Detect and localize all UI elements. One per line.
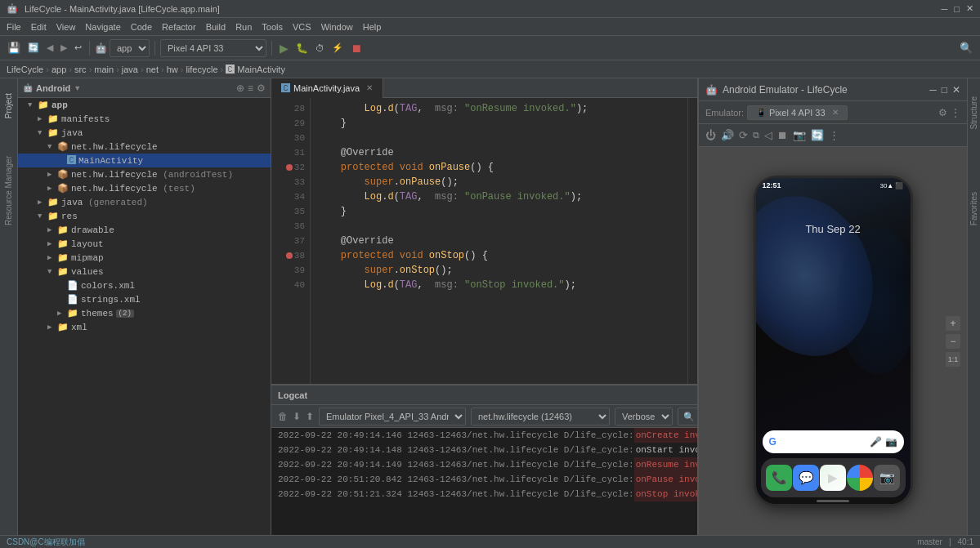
tab-close-icon[interactable]: ✕ [366, 83, 373, 92]
code-area[interactable]: 28 29 30 31 32 [271, 98, 697, 384]
dock-play-icon[interactable]: ▶ [820, 465, 846, 491]
tree-item-mainactivity[interactable]: 🅲 MainActivity [18, 154, 271, 167]
menu-file[interactable]: File [2, 20, 26, 33]
res-expand-icon: ▼ [38, 212, 47, 221]
search-everywhere-btn[interactable]: 🔍 [957, 40, 975, 56]
breadcrumb-lifecycle[interactable]: LifeCycle [7, 65, 43, 74]
logcat-package-select[interactable]: net.hw.lifecycle (12463) [471, 408, 610, 425]
tree-item-strings[interactable]: 📄 strings.xml [18, 292, 271, 306]
emulator-refresh-btn[interactable]: 🔄 [811, 129, 824, 141]
device-dropdown[interactable]: Pixel 4 API 33 [160, 39, 266, 57]
emulator-more-controls-btn[interactable]: ⋮ [829, 129, 839, 141]
emulator-minimize-btn[interactable]: ─ [929, 84, 937, 96]
emulator-stop-btn[interactable]: ⏹ [777, 129, 788, 141]
emulator-screenshot-btn[interactable]: 📷 [793, 129, 806, 141]
tree-item-test[interactable]: ▶ 📦 net.hw.lifecycle (test) [18, 181, 271, 195]
tree-item-mipmap[interactable]: ▶ 📁 mipmap [18, 251, 271, 265]
menu-build[interactable]: Build [201, 20, 230, 33]
run-button[interactable]: ▶ [277, 40, 291, 56]
menu-refactor[interactable]: Refactor [157, 20, 201, 33]
emulator-power-btn[interactable]: ⏻ [705, 129, 716, 141]
profile-button[interactable]: ⏱ [313, 42, 327, 55]
tree-item-package[interactable]: ▼ 📦 net.hw.lifecycle [18, 140, 271, 154]
breadcrumb-app[interactable]: app [51, 65, 66, 74]
zoom-in-btn[interactable]: + [946, 316, 960, 331]
panel-add-btn[interactable]: ⊕ [236, 82, 244, 94]
emulator-tab-close-icon[interactable]: ✕ [832, 108, 839, 117]
emulator-rotate-btn[interactable]: ⟳ [739, 129, 748, 141]
panel-settings-btn[interactable]: ⚙ [257, 82, 266, 94]
emulator-vol-up-btn[interactable]: 🔊 [721, 129, 734, 141]
tree-item-xml[interactable]: ▶ 📁 xml [18, 320, 271, 334]
panel-dropdown-arrow[interactable]: ▼ [74, 84, 81, 92]
toolbar-back-btn[interactable]: ◀ [44, 41, 56, 55]
favorites-tab[interactable]: Favorites [968, 185, 980, 232]
app-dropdown[interactable]: app [110, 39, 150, 57]
dock-camera-icon[interactable]: 📷 [874, 465, 900, 491]
toolbar-forward-btn[interactable]: ▶ [58, 41, 69, 55]
dock-chrome-icon[interactable] [847, 465, 873, 491]
logcat-clear-btn[interactable]: 🗑 [278, 411, 288, 422]
tree-item-values[interactable]: ▼ 📁 values [18, 265, 271, 278]
breadcrumb-hw[interactable]: hw [167, 65, 178, 74]
emulator-close-btn[interactable]: ✕ [952, 84, 960, 96]
apply-changes-btn[interactable]: ⚡ [329, 41, 346, 55]
breadcrumb-src[interactable]: src [74, 65, 87, 74]
breadcrumb-main[interactable]: main [94, 65, 114, 74]
menu-code[interactable]: Code [126, 20, 157, 33]
logcat-level-select[interactable]: Verbose [615, 408, 673, 425]
structure-tab[interactable]: Structure [968, 90, 980, 136]
close-button[interactable]: ✕ [966, 3, 973, 14]
tree-item-app[interactable]: ▼ 📁 app [18, 98, 271, 112]
resource-manager-icon[interactable]: Resource Manager [2, 149, 15, 232]
logcat-search-input[interactable] [678, 408, 697, 425]
tree-item-manifests[interactable]: ▶ 📁 manifests [18, 112, 271, 126]
project-tab-icon[interactable]: Project [2, 87, 15, 125]
dock-phone-icon[interactable]: 📞 [766, 465, 792, 491]
tree-item-themes[interactable]: ▶ 📁 themes (2) [18, 306, 271, 320]
emulator-maximize-btn[interactable]: □ [942, 84, 947, 96]
tree-item-java[interactable]: ▼ 📁 java [18, 126, 271, 140]
breadcrumb-mainactivity[interactable]: 🅲 MainActivity [226, 65, 285, 74]
debug-button[interactable]: 🐛 [293, 41, 311, 56]
menu-navigate[interactable]: Navigate [80, 20, 125, 33]
tab-mainactivity[interactable]: 🅲 MainActivity.java ✕ [271, 78, 383, 98]
tree-item-androidtest[interactable]: ▶ 📦 net.hw.lifecycle (androidTest) [18, 167, 271, 181]
emulator-fold-btn[interactable]: ⧉ [753, 130, 759, 140]
breadcrumb-java[interactable]: java [122, 65, 138, 74]
emulator-back-btn[interactable]: ◁ [764, 129, 772, 141]
toolbar-undo-btn[interactable]: ↩ [72, 41, 84, 55]
menu-help[interactable]: Help [358, 20, 387, 33]
toolbar-sync-btn[interactable]: 🔄 [25, 41, 42, 55]
emulator-settings-btn[interactable]: ⚙ [938, 107, 947, 118]
zoom-out-btn[interactable]: − [946, 334, 960, 349]
menu-tools[interactable]: Tools [257, 20, 288, 33]
stop-button[interactable]: ⏹ [348, 40, 365, 56]
emulator-more-btn[interactable]: ⋮ [951, 107, 960, 118]
phone-search-bar[interactable]: G 🎤 📷 [763, 430, 904, 453]
dock-messages-icon[interactable]: 💬 [793, 465, 819, 491]
logcat-content[interactable]: 2022-09-22 20:49:14.146 12463-12463/net.… [271, 428, 697, 535]
logcat-up-btn[interactable]: ⬆ [306, 411, 314, 422]
menu-view[interactable]: View [51, 20, 81, 33]
emulator-device-tab[interactable]: 📱 Pixel 4 API 33 ✕ [747, 105, 848, 120]
maximize-button[interactable]: □ [954, 3, 960, 14]
minimize-button[interactable]: ─ [942, 3, 948, 14]
panel-sync-btn[interactable]: ≡ [248, 82, 253, 94]
tree-item-colors[interactable]: 📄 colors.xml [18, 278, 271, 292]
menu-window[interactable]: Window [316, 20, 358, 33]
ratio-btn[interactable]: 1:1 [946, 352, 960, 367]
toolbar-save-btn[interactable]: 💾 [5, 40, 23, 56]
menu-run[interactable]: Run [230, 20, 257, 33]
logcat-scroll-end-btn[interactable]: ⬇ [293, 411, 301, 422]
breadcrumb-lifecycle-pkg[interactable]: lifecycle [186, 65, 217, 74]
tree-item-res[interactable]: ▼ 📁 res [18, 209, 271, 223]
code-content[interactable]: Log.d(TAG, msg: "onResume invoked."); } … [311, 98, 687, 384]
menu-edit[interactable]: Edit [26, 20, 51, 33]
breadcrumb-net[interactable]: net [146, 65, 159, 74]
menu-vcs[interactable]: VCS [288, 20, 316, 33]
tree-item-drawable[interactable]: ▶ 📁 drawable [18, 223, 271, 237]
logcat-device-select[interactable]: Emulator Pixel_4_API_33 Android [319, 408, 466, 425]
tree-item-layout[interactable]: ▶ 📁 layout [18, 237, 271, 251]
tree-item-java-generated[interactable]: ▶ 📁 java (generated) [18, 195, 271, 209]
